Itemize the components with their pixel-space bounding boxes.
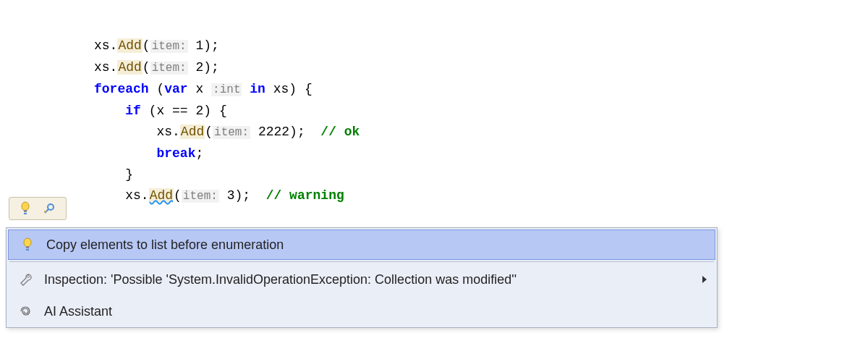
- svg-point-6: [24, 238, 31, 247]
- quick-actions-gutter[interactable]: [9, 197, 67, 220]
- quick-actions-menu: Copy elements to list before enumeration…: [6, 227, 718, 328]
- svg-rect-8: [26, 249, 29, 251]
- svg-point-0: [22, 202, 29, 211]
- svg-rect-5: [44, 211, 46, 212]
- svg-rect-2: [24, 213, 27, 214]
- code-method: Add: [117, 38, 142, 53]
- code-token: xs: [94, 38, 110, 53]
- menu-item-inspection[interactable]: Inspection: 'Possible 'System.InvalidOpe…: [7, 264, 717, 295]
- menu-separator: [9, 261, 714, 262]
- parameter-hint: item:: [150, 40, 188, 53]
- svg-point-3: [48, 204, 54, 210]
- menu-item-label: Inspection: 'Possible 'System.InvalidOpe…: [44, 272, 697, 287]
- spiral-icon: [14, 305, 37, 318]
- wrench-icon: [14, 273, 37, 286]
- refactor-icon: [43, 202, 56, 215]
- menu-item-ai-assistant[interactable]: AI Assistant: [7, 295, 717, 327]
- code-method-warning[interactable]: Add: [149, 188, 174, 203]
- lightbulb-icon: [16, 237, 39, 252]
- menu-item-label: AI Assistant: [44, 304, 707, 319]
- svg-rect-1: [24, 210, 27, 212]
- menu-item-copy-elements[interactable]: Copy elements to list before enumeration: [8, 230, 715, 260]
- code-editor[interactable]: xs.Add(item: 1); xs.Add(item: 2); foreac…: [0, 0, 868, 207]
- chevron-right-icon: [702, 276, 707, 283]
- svg-point-9: [27, 276, 30, 278]
- lightbulb-icon: [20, 201, 31, 216]
- menu-item-label: Copy elements to list before enumeration: [46, 237, 705, 253]
- svg-rect-7: [26, 246, 29, 248]
